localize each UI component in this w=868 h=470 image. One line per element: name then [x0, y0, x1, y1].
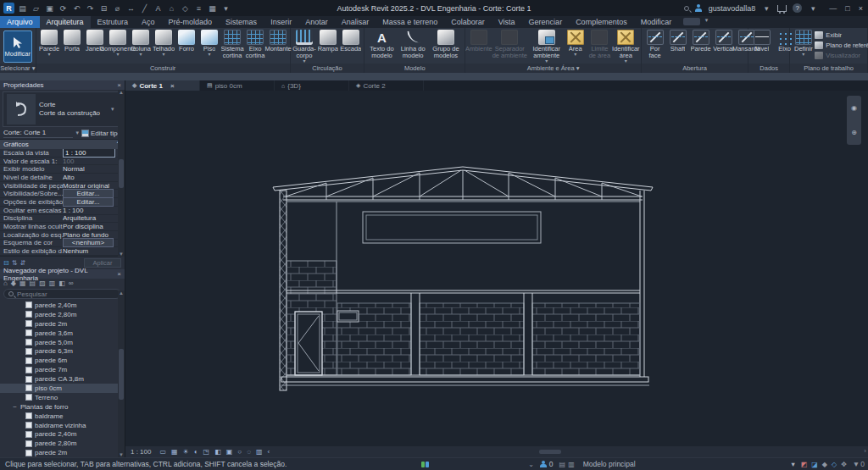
- property-row[interactable]: Estilo de exibição d...Nenhum: [0, 247, 125, 256]
- browser-tool-icon[interactable]: ▦: [19, 279, 26, 287]
- text-icon[interactable]: A: [153, 3, 164, 14]
- panel-label-modelo[interactable]: Modelo: [364, 64, 465, 73]
- property-row[interactable]: Mostrar linhas ocult...Por disciplina: [0, 223, 125, 231]
- menu-tab-gerenciar[interactable]: Gerenciar: [522, 16, 570, 28]
- menu-tab-arquitetura[interactable]: Arquitetura: [40, 16, 91, 28]
- componente-button[interactable]: Componente▾: [107, 30, 130, 57]
- guarda-corpo-button[interactable]: Guarda-corpo▾: [292, 30, 317, 64]
- montante-button[interactable]: Montante: [267, 30, 290, 53]
- menu-tab-estrutura[interactable]: Estrutura: [91, 16, 136, 28]
- panel-label-dados[interactable]: Dados: [748, 64, 789, 73]
- porta-button[interactable]: Porta: [61, 30, 84, 53]
- model-line-icon[interactable]: ╱: [139, 3, 150, 14]
- properties-close-icon[interactable]: ×: [117, 81, 121, 89]
- shaft-button[interactable]: Shaft: [666, 30, 689, 53]
- tree-item-parede-2-40m[interactable]: parede 2,40m: [0, 429, 125, 439]
- tree-item-parede-6-3m[interactable]: parede 6,3m: [0, 346, 125, 356]
- property-value[interactable]: Plano de fundo: [63, 231, 125, 239]
- parede-button[interactable]: Parede▾: [38, 30, 61, 57]
- save-icon[interactable]: ▣: [44, 3, 55, 14]
- menu-tab-complementos[interactable]: Complementos: [569, 16, 634, 28]
- modify-button[interactable]: Modificar: [3, 30, 32, 63]
- scroll-right-arrow[interactable]: ›: [864, 447, 866, 455]
- crop-view-icon[interactable]: ◧: [214, 448, 221, 456]
- user-menu-chevron[interactable]: ▾: [761, 3, 771, 14]
- menu-tab-modificar[interactable]: Modificar: [634, 16, 679, 28]
- tree-item-parede-ca-3-8m[interactable]: parede CA 3,8m: [0, 374, 125, 384]
- visual-style-icon[interactable]: ▦: [171, 448, 178, 456]
- property-input[interactable]: 1 : 100: [63, 149, 115, 158]
- forro-button[interactable]: Forro: [175, 30, 198, 53]
- property-value[interactable]: Por disciplina: [63, 223, 125, 230]
- statusbar-chevron[interactable]: ⌄: [528, 461, 534, 468]
- property-row[interactable]: Esquema de cor<nenhum>: [0, 240, 125, 248]
- exibir-button[interactable]: Exibir: [815, 30, 868, 40]
- help-icon[interactable]: ?: [793, 3, 802, 13]
- selection-toggle-icon[interactable]: ✥: [841, 461, 847, 468]
- property-edit-button[interactable]: <nenhum>: [63, 238, 114, 247]
- view-tab-corte-2[interactable]: ◈Corte 2: [349, 80, 424, 91]
- customize-qat-icon[interactable]: ▾: [220, 3, 231, 14]
- property-row[interactable]: Ocultar em escalas ...1 : 100: [0, 207, 125, 215]
- steering-wheel-icon[interactable]: ◉: [851, 104, 857, 112]
- selection-toggle-icon[interactable]: ◩: [801, 461, 808, 468]
- property-row[interactable]: Exibir modeloNormal: [0, 165, 125, 174]
- coluna-button[interactable]: Coluna▾: [130, 30, 153, 57]
- switch-windows-icon[interactable]: ▦: [207, 3, 218, 14]
- property-value[interactable]: Editar...: [63, 197, 125, 207]
- sun-path-icon[interactable]: ☀: [183, 448, 189, 456]
- selection-toggle-icon[interactable]: ◪: [811, 461, 818, 468]
- identificar-rea-button[interactable]: Identificar área▾: [613, 30, 640, 64]
- measure-icon[interactable]: ⌀: [112, 3, 123, 14]
- browser-close-icon[interactable]: ×: [117, 270, 121, 278]
- close-button[interactable]: ×: [859, 4, 863, 13]
- browser-tool-icon[interactable]: ∞: [69, 279, 74, 287]
- property-view-icon[interactable]: ⇅: [12, 259, 18, 267]
- property-view-icon[interactable]: ⇵: [19, 259, 25, 267]
- temporary-hide-icon[interactable]: ○: [237, 448, 242, 456]
- menu-tab-anotar[interactable]: Anotar: [298, 16, 335, 28]
- show-rendering-icon[interactable]: ◳: [203, 448, 210, 456]
- tree-item-parede-5-0m[interactable]: parede 5,0m: [0, 338, 125, 347]
- property-row[interactable]: Valor de escala 1:100: [0, 158, 125, 166]
- signed-in-user[interactable]: gustavodalla8: [709, 4, 756, 13]
- collapse-minus-icon[interactable]: −: [12, 403, 18, 411]
- menu-tab-arquivo[interactable]: Arquivo: [0, 16, 40, 28]
- design-option-icon[interactable]: ▥: [568, 461, 575, 468]
- view-scale-button[interactable]: 1 : 100: [125, 448, 156, 456]
- property-edit-button[interactable]: Editar...: [63, 197, 114, 207]
- tree-item-parede-2-80m[interactable]: parede 2,80m: [0, 439, 125, 448]
- tree-item-parede-2m[interactable]: parede 2m: [0, 319, 125, 329]
- view-tab-corte-1[interactable]: ◈Corte 1×: [125, 80, 200, 91]
- horizontal-scrollbar-thumb[interactable]: [539, 450, 561, 454]
- design-option-icon[interactable]: ▤: [559, 461, 566, 468]
- tree-item-piso-0cm[interactable]: piso 0cm: [0, 384, 125, 393]
- panel-label-construir[interactable]: Construir: [36, 64, 290, 73]
- grupo-de-modelos-button[interactable]: Grupo de modelos: [429, 30, 464, 59]
- property-row[interactable]: Escala da vista1 : 100: [0, 149, 125, 158]
- parede-button[interactable]: Parede: [689, 30, 712, 53]
- view-area[interactable]: ◉ ⊕: [125, 91, 868, 446]
- thin-lines-icon[interactable]: ≡: [193, 3, 204, 14]
- view-tab-piso-0cm[interactable]: ▤piso 0cm: [200, 80, 275, 91]
- collapse-icon[interactable]: ‹: [267, 448, 270, 456]
- worksets-button[interactable]: 0: [540, 460, 554, 468]
- modify-state-icon[interactable]: [683, 18, 700, 25]
- tree-group-plantas-de-forro[interactable]: −Plantas de forro: [0, 402, 125, 412]
- revit-logo[interactable]: R: [3, 3, 14, 14]
- tree-item-parede-2-40m[interactable]: parede 2,40m: [0, 301, 125, 310]
- identificar-ambiente-button[interactable]: Identificar ambiente▾: [529, 30, 564, 64]
- property-value[interactable]: 1 : 100: [63, 207, 125, 214]
- type-selector[interactable]: CorteCorte da construção ▾: [3, 91, 122, 127]
- texto-do-modelo-button[interactable]: Texto do modelo: [366, 30, 398, 59]
- browser-search[interactable]: Pesquisar: [3, 289, 121, 299]
- element-selector-chevron[interactable]: ▾: [75, 130, 79, 136]
- select-panel-label[interactable]: Selecionar ▾: [0, 64, 36, 73]
- design-options-dropdown[interactable]: Modelo principal▾: [583, 460, 795, 468]
- panel-label-ambiente-e-rea[interactable]: Ambiente e Área ▾: [465, 64, 641, 73]
- section-icon[interactable]: ◇: [180, 3, 191, 14]
- shadows-icon[interactable]: ◐: [194, 448, 198, 456]
- por-face-button[interactable]: Por face: [643, 30, 666, 59]
- edit-type-button[interactable]: Editar tipo: [81, 130, 121, 137]
- property-value[interactable]: Arquitetura: [63, 214, 125, 222]
